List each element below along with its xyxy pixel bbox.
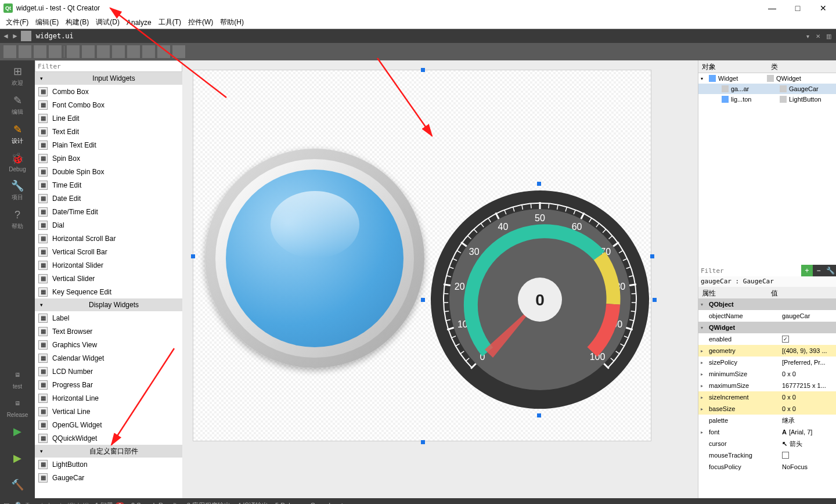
object-row[interactable]: ▾WidgetQWidget (698, 73, 836, 84)
build-config[interactable]: 🖥Release (5, 395, 30, 418)
widget-item[interactable]: ▦Vertical Scroll Bar (35, 245, 182, 258)
output-pane-3[interactable]: 3 应用程序输出 (187, 501, 230, 505)
output-dropdown-icon[interactable]: ◆ (340, 502, 344, 505)
widget-item[interactable]: ▦Dial (35, 218, 182, 232)
property-editor[interactable]: ▾QObjectobjectNamegaugeCar▾QWidgetenable… (698, 298, 836, 498)
handle-w[interactable] (191, 254, 195, 258)
close-button[interactable]: ✕ (810, 0, 836, 16)
layout-adjust[interactable] (172, 45, 185, 58)
property-row[interactable]: objectNamegaugeCar (698, 310, 836, 322)
handle-w[interactable] (421, 298, 425, 302)
mode-设计[interactable]: ✎设计 (5, 122, 30, 145)
mode-项目[interactable]: 🔧项目 (5, 178, 30, 201)
output-pane-2[interactable]: 2 Search Results (131, 501, 180, 505)
widget-item[interactable]: ▦GaugeCar (35, 471, 182, 484)
tab-split-icon[interactable]: ▥ (824, 32, 833, 40)
menu-item[interactable]: 调试(D) (93, 16, 122, 28)
menu-item[interactable]: 工具(T) (156, 16, 183, 28)
run-button[interactable]: ▶ (10, 424, 25, 439)
property-row[interactable]: mouseTracking (698, 449, 836, 461)
widget-item[interactable]: ▦Vertical Line (35, 405, 182, 418)
tab-close-icon[interactable]: ✕ (814, 32, 822, 40)
widget-item[interactable]: ▦Graphics View (35, 338, 182, 351)
widget-item[interactable]: ▦Date/Time Edit (35, 205, 182, 218)
menu-item[interactable]: 编辑(E) (33, 16, 61, 28)
widget-filter-input[interactable] (35, 60, 182, 72)
widget-item[interactable]: ▦Text Browser (35, 325, 182, 338)
object-row[interactable]: ga...arGaugeCar (698, 84, 836, 94)
widget-item[interactable]: ▦Spin Box (35, 152, 182, 165)
handle-s[interactable] (537, 413, 541, 417)
mode-编辑[interactable]: ✎编辑 (5, 93, 30, 116)
layout-v[interactable] (82, 45, 95, 58)
layout-break[interactable] (157, 45, 170, 58)
widget-item[interactable]: ▦Calendar Widget (35, 351, 182, 365)
remove-property-icon[interactable]: − (813, 265, 824, 276)
form-widget[interactable]: 0102030405060708090100 0 (193, 70, 651, 441)
widget-item[interactable]: ▦LightButton (35, 458, 182, 471)
widget-item[interactable]: ▦Label (35, 311, 182, 325)
layout-form[interactable] (142, 45, 155, 58)
widget-item[interactable]: ▦Time Edit (35, 178, 182, 192)
property-row[interactable]: ▸baseSize0 x 0 (698, 403, 836, 415)
property-row[interactable]: ▸geometry[(408, 9), 393 ... (698, 345, 836, 357)
mode-帮助[interactable]: ?帮助 (5, 207, 30, 231)
layout-vsplit[interactable] (112, 45, 125, 58)
search-icon[interactable]: 🔍 (15, 502, 23, 505)
tool-signals[interactable] (19, 45, 31, 58)
layout-h[interactable] (67, 45, 80, 58)
property-row[interactable]: palette继承 (698, 415, 836, 426)
property-row[interactable]: cursor↖ 箭头 (698, 438, 836, 449)
widget-item[interactable]: ▦Text Edit (35, 125, 182, 138)
file-tab-label[interactable]: widget.ui (36, 32, 74, 40)
property-row[interactable]: ▸sizePolicy[Preferred, Pr... (698, 357, 836, 368)
widget-item[interactable]: ▦Horizontal Slider (35, 258, 182, 272)
widget-item[interactable]: ▦Key Sequence Edit (35, 285, 182, 298)
property-row[interactable]: ▸sizeIncrement0 x 0 (698, 391, 836, 403)
widget-group[interactable]: ▾自定义窗口部件 (35, 445, 182, 458)
widget-item[interactable]: ▦Progress Bar (35, 378, 182, 391)
menu-item[interactable]: 帮助(H) (218, 16, 246, 28)
property-group[interactable]: ▾QObject (698, 298, 836, 310)
widget-item[interactable]: ▦Font Combo Box (35, 98, 182, 111)
minimize-button[interactable]: — (759, 0, 785, 16)
toggle-sidebar-icon[interactable]: ▣ (3, 502, 9, 505)
menu-item[interactable]: Analyze (124, 17, 154, 28)
handle-e[interactable] (653, 298, 657, 302)
widget-item[interactable]: ▦LCD Number (35, 365, 182, 378)
object-inspector[interactable]: ▾WidgetQWidgetga...arGaugeCarlig...tonLi… (698, 73, 836, 265)
property-row[interactable]: focusPolicyNoFocus (698, 461, 836, 473)
debug-run-button[interactable]: ▶ (10, 451, 25, 466)
add-property-icon[interactable]: + (801, 265, 813, 276)
handle-n[interactable] (537, 182, 541, 186)
widget-item[interactable]: ▦Combo Box (35, 85, 182, 98)
mode-欢迎[interactable]: ⊞欢迎 (5, 64, 30, 87)
design-canvas-area[interactable]: 0102030405060708090100 0 (182, 60, 698, 498)
maximize-button[interactable]: □ (785, 0, 810, 16)
menu-item[interactable]: 文件(F) (3, 16, 31, 28)
checkbox[interactable]: ✓ (782, 336, 789, 343)
property-row[interactable]: ▸fontA [Arial, 7] (698, 426, 836, 438)
widget-item[interactable]: ▦Line Edit (35, 111, 182, 125)
property-filter-input[interactable] (698, 265, 801, 276)
tool-taborder[interactable] (49, 45, 62, 58)
output-pane-1[interactable]: 1 问题 3 (95, 501, 124, 505)
output-pane-4[interactable]: 4 编译输出 (237, 501, 268, 505)
back-icon[interactable]: ◄ (2, 32, 9, 40)
menu-item[interactable]: 构建(B) (63, 16, 91, 28)
widget-item[interactable]: ▦Double Spin Box (35, 165, 182, 178)
widget-item[interactable]: ▦Date Edit (35, 192, 182, 205)
property-row[interactable]: ▸minimumSize0 x 0 (698, 368, 836, 380)
widget-item[interactable]: ▦Horizontal Scroll Bar (35, 232, 182, 245)
forward-icon[interactable]: ► (12, 32, 19, 40)
widget-item[interactable]: ▦Horizontal Line (35, 391, 182, 405)
widget-item[interactable]: ▦Plain Text Edit (35, 138, 182, 152)
property-group[interactable]: ▾QWidget (698, 322, 836, 333)
property-row[interactable]: enabled✓ (698, 333, 836, 345)
tool-buddies[interactable] (34, 45, 46, 58)
handle-n[interactable] (421, 68, 425, 72)
tab-dropdown-icon[interactable]: ▾ (803, 32, 812, 40)
widget-item[interactable]: ▦OpenGL Widget (35, 418, 182, 431)
handle-s[interactable] (421, 440, 425, 444)
layout-grid[interactable] (127, 45, 140, 58)
